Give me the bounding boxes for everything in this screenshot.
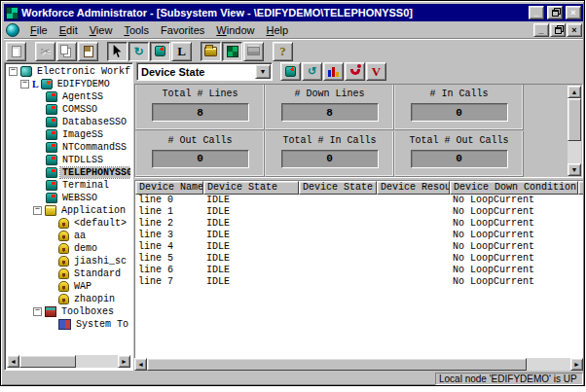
workforce-monitor-button[interactable] [280, 62, 301, 81]
stat-value-display: 8 [152, 103, 249, 122]
tree-item-edifydemo[interactable]: L EDIFYDEMO [7, 78, 130, 90]
minimize-button[interactable]: _ [529, 6, 544, 19]
menu-edit[interactable]: Edit [54, 22, 84, 38]
expander-icon[interactable] [9, 67, 18, 76]
table-row[interactable]: line 3IDLENo LoopCurrent [135, 230, 583, 241]
workforce-icon [20, 66, 32, 77]
tree-item-agentss[interactable]: AgentSS [7, 90, 130, 103]
scroll-left-button[interactable]: ◄ [134, 358, 147, 371]
chart-view-button[interactable] [323, 62, 344, 81]
column-header-device-down-condition[interactable]: Device Down Condition [450, 181, 578, 195]
scroll-down-button[interactable]: ▼ [568, 163, 581, 176]
tree-item-wap[interactable]: WAP [7, 280, 130, 293]
scrollbar-thumb[interactable] [147, 358, 527, 371]
table-row[interactable]: line 1IDLENo LoopCurrent [135, 206, 583, 218]
menu-favorites[interactable]: Favorites [155, 22, 210, 38]
tree-horizontal-scrollbar[interactable]: ◄ ► [7, 355, 130, 368]
tree-item-zhaopin[interactable]: zhaopin [7, 293, 130, 305]
subsystem-icon [46, 193, 57, 203]
scrollbar-thumb[interactable] [568, 98, 581, 141]
tree-item-terminal[interactable]: Terminal [7, 179, 130, 192]
folder-view-button[interactable] [201, 42, 221, 61]
tree-item-aa[interactable]: aa [7, 230, 130, 242]
tree-item-system-toolbox[interactable]: System To [7, 318, 130, 331]
mdi-restore-button[interactable] [550, 23, 566, 37]
view-mini-toolbar: ↺ V [280, 62, 386, 81]
scroll-up-button[interactable]: ▲ [568, 86, 581, 98]
mdi-window-buttons: _ × [533, 23, 583, 37]
refresh-view-button[interactable]: ↺ [302, 62, 322, 81]
stats-vertical-scrollbar[interactable]: ▲ ▼ [568, 86, 581, 176]
table-row[interactable]: line 6IDLENo LoopCurrent [135, 265, 583, 276]
stat-out-calls: # Out Calls 0 [135, 131, 265, 177]
tree-item-telephonyss0[interactable]: TELEPHONYSS0 [7, 166, 130, 179]
label-view-button[interactable]: L [171, 42, 192, 61]
stat-total-in-calls: Total # In Calls 0 [265, 131, 394, 177]
subsystem-icon [46, 91, 57, 102]
column-header-device-resource[interactable]: Device Resou... [377, 181, 450, 195]
pointer-mode-button[interactable] [107, 42, 128, 61]
expander-icon[interactable] [33, 307, 42, 316]
scroll-right-button[interactable]: ► [570, 358, 583, 371]
table-row[interactable]: line 0IDLENo LoopCurrent [135, 195, 583, 206]
menu-view[interactable]: View [84, 22, 119, 38]
tree-item-toolboxes[interactable]: Toolboxes [7, 305, 130, 318]
expander-icon[interactable] [20, 80, 29, 89]
table-row[interactable]: line 2IDLENo LoopCurrent [135, 218, 583, 230]
tree-item-electronic-workforce[interactable]: Electronic Workfor [7, 65, 130, 78]
menu-file[interactable]: File [24, 22, 54, 38]
help-button[interactable]: ? [273, 42, 293, 61]
menu-window[interactable]: Window [210, 22, 260, 38]
menu-help[interactable]: Help [260, 22, 294, 38]
restore-button[interactable] [547, 6, 563, 19]
grid-view-button[interactable] [222, 42, 242, 61]
column-header-device-state-a[interactable]: Device State A... [299, 181, 377, 195]
new-document-icon [12, 46, 21, 57]
validate-button[interactable]: V [366, 62, 386, 81]
tree-item-demo[interactable]: demo [7, 242, 130, 255]
column-header-extra[interactable] [578, 181, 583, 195]
stat-in-calls: # In Calls 0 [394, 85, 524, 130]
new-document-button[interactable] [6, 42, 26, 61]
tree-item-default-app[interactable]: <default> [7, 217, 130, 230]
scroll-left-button[interactable]: ◄ [7, 355, 19, 368]
main-toolbar: ✂ ↻ L ? [4, 40, 583, 62]
mdi-close-button[interactable]: × [567, 23, 582, 37]
tree-item-jiashi[interactable]: jiashi_sc [7, 255, 130, 267]
folder-icon [204, 47, 217, 56]
alert-view-button[interactable] [345, 62, 365, 81]
expander-icon[interactable] [33, 206, 42, 215]
tree-item-databasesso[interactable]: DatabaseSSO [7, 116, 130, 128]
cut-button[interactable]: ✂ [35, 42, 55, 61]
view-select-combobox[interactable]: Device State ▼ [136, 62, 273, 81]
tree-item-ntcommandss[interactable]: NTCommandSS [7, 141, 130, 154]
tree-item-comsso[interactable]: COMSSO [7, 103, 130, 116]
scroll-right-button[interactable]: ► [118, 355, 130, 368]
column-header-device-state[interactable]: Device State [203, 181, 299, 195]
column-header-device-name[interactable]: Device Name [135, 181, 203, 195]
close-button[interactable]: × [566, 6, 581, 19]
subsystem-view-button[interactable] [150, 42, 170, 61]
table-row[interactable]: line 5IDLENo LoopCurrent [135, 253, 583, 265]
globe-icon[interactable] [6, 23, 19, 37]
tree-item-imagess[interactable]: ImageSS [7, 128, 130, 141]
alert-icon [350, 69, 360, 75]
paste-button[interactable] [78, 42, 98, 61]
statistics-grid: Total # Lines 8 # Down Lines 8 # In Call… [135, 85, 526, 177]
refresh-button[interactable]: ↻ [128, 42, 149, 61]
tree-item-websso[interactable]: WEBSSO [7, 192, 130, 204]
tree-item-application[interactable]: Application [7, 204, 130, 217]
scrollbar-thumb[interactable] [19, 355, 76, 368]
tree-item-standard[interactable]: Standard [7, 267, 130, 280]
subsystem-view-pane: Device State ▼ ↺ V Total # Lines 8 [134, 62, 583, 371]
table-row[interactable]: line 7IDLENo LoopCurrent [135, 276, 583, 288]
copy-button[interactable] [56, 42, 77, 61]
table-header: Device Name Device State Device State A.… [135, 181, 583, 195]
mdi-minimize-button[interactable]: _ [533, 23, 549, 37]
table-row[interactable]: line 4IDLENo LoopCurrent [135, 241, 583, 253]
menu-tools[interactable]: Tools [118, 22, 155, 38]
tree-item-ntdllss[interactable]: NTDLLSS [7, 154, 130, 166]
print-button[interactable] [243, 42, 264, 61]
table-horizontal-scrollbar[interactable]: ◄ ► [134, 358, 583, 371]
combobox-dropdown-button[interactable]: ▼ [255, 64, 271, 79]
